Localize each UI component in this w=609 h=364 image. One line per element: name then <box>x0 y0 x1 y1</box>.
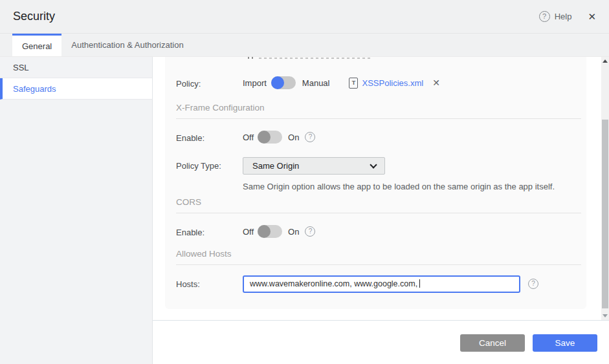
dialog-header: Security ? Help ✕ <box>0 0 609 34</box>
policy-option-manual[interactable]: Manual <box>302 78 330 88</box>
tab-general-label: General <box>22 41 52 51</box>
hosts-label: Hosts: <box>176 279 200 289</box>
cors-enable-label: Enable: <box>176 228 205 237</box>
policy-label: Policy: <box>176 79 201 89</box>
cors-enable-help-icon[interactable]: ? <box>305 226 315 237</box>
text-caret <box>419 279 420 288</box>
cors-toggle-knob <box>258 225 271 238</box>
hosts-help-icon[interactable]: ? <box>528 279 538 289</box>
help-icon[interactable]: ? <box>539 11 550 22</box>
xml-file-icon: T <box>349 78 358 89</box>
tab-auth-label: Authentication & Authorization <box>71 40 183 50</box>
scrollbar-thumb[interactable] <box>602 120 608 308</box>
safeguards-form-panel: Policy: Import Manual T XSSPolicies.xml … <box>165 57 586 309</box>
clipped-scrolled-row <box>246 57 370 59</box>
allowed-hosts-section-title: Allowed Hosts <box>176 249 232 259</box>
xframe-enable-row: Off On ? <box>243 131 315 144</box>
remove-file-icon[interactable]: ✕ <box>432 78 440 88</box>
xframe-section-title: X-Frame Configuration <box>176 103 265 112</box>
cancel-button[interactable]: Cancel <box>460 334 525 352</box>
sidebar-item-safeguards-label: Safeguards <box>13 84 56 94</box>
cors-enable-toggle[interactable] <box>258 225 282 238</box>
hosts-input[interactable]: www.wavemakeronline.com, www.google.com, <box>243 275 520 293</box>
scrollbar-up-arrow-icon[interactable] <box>601 57 609 65</box>
scrollbar-down-arrow-icon[interactable] <box>601 312 609 320</box>
xframe-enable-label: Enable: <box>176 133 205 143</box>
cors-section-title: CORS <box>176 197 201 207</box>
policy-type-label: Policy Type: <box>176 161 221 171</box>
xframe-off-label: Off <box>243 133 254 142</box>
close-icon[interactable]: ✕ <box>588 11 596 23</box>
help-link[interactable]: Help <box>555 12 572 21</box>
policy-file-chip: T XSSPolicies.xml ✕ <box>349 78 439 89</box>
sidebar-item-safeguards[interactable]: Safeguards <box>0 78 152 100</box>
cors-on-label: On <box>288 227 299 237</box>
sidebar-item-ssl-label: SSL <box>13 63 29 72</box>
tab-general[interactable]: General <box>12 34 61 56</box>
hosts-input-value: www.wavemakeronline.com, www.google.com, <box>250 279 417 288</box>
tab-bar: General Authentication & Authorization <box>0 34 609 57</box>
chevron-down-icon <box>370 161 377 168</box>
allowed-hosts-divider <box>176 264 581 265</box>
xframe-enable-toggle[interactable] <box>258 131 282 144</box>
tab-authentication-authorization[interactable]: Authentication & Authorization <box>61 34 193 56</box>
sidebar: SSL Safeguards <box>0 57 153 364</box>
save-button[interactable]: Save <box>533 334 597 352</box>
page-title: Security <box>13 10 55 23</box>
policy-file-link[interactable]: XSSPolicies.xml <box>362 78 423 88</box>
cors-divider <box>176 213 581 213</box>
sidebar-item-ssl[interactable]: SSL <box>0 57 152 78</box>
policy-type-value: Same Origin <box>252 161 299 171</box>
scroll-area: Policy: Import Manual T XSSPolicies.xml … <box>153 57 609 320</box>
main-content: Policy: Import Manual T XSSPolicies.xml … <box>153 57 609 364</box>
policy-option-import[interactable]: Import <box>243 78 267 88</box>
policy-row: Import Manual T XSSPolicies.xml ✕ <box>243 76 440 89</box>
cors-off-label: Off <box>243 227 254 237</box>
policy-type-select[interactable]: Same Origin <box>243 157 385 175</box>
cors-enable-row: Off On ? <box>243 225 315 238</box>
xframe-enable-help-icon[interactable]: ? <box>305 132 315 142</box>
policy-toggle[interactable] <box>271 76 296 89</box>
policy-toggle-knob <box>271 76 284 89</box>
policy-type-hint: Same Origin option allows the app to be … <box>243 182 555 191</box>
dialog-footer: Cancel Save <box>153 320 609 364</box>
vertical-scrollbar[interactable] <box>601 57 609 320</box>
xframe-divider <box>176 118 581 119</box>
xframe-toggle-knob <box>258 131 271 144</box>
xframe-on-label: On <box>288 133 299 142</box>
header-actions: ? Help ✕ <box>539 11 596 23</box>
